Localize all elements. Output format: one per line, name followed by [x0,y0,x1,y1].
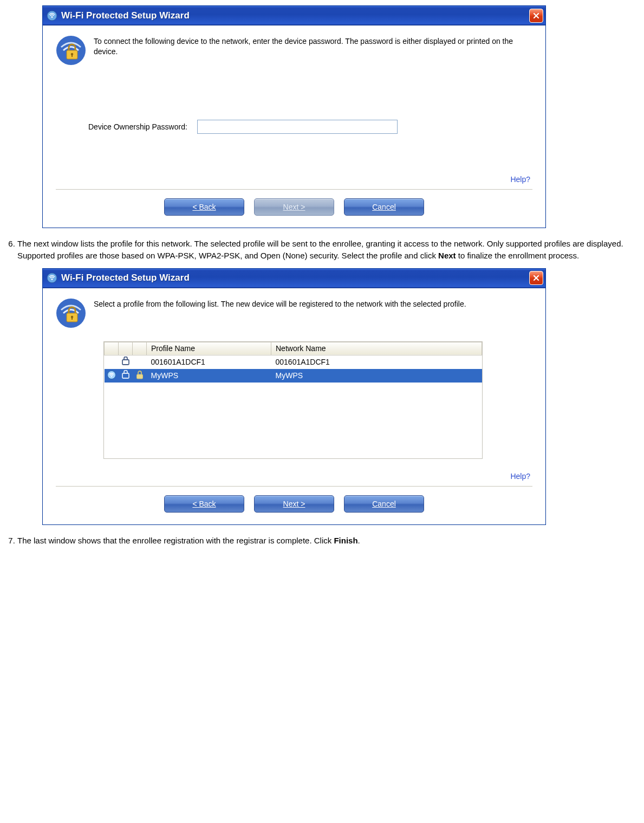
signal-icon [105,355,119,369]
svg-rect-12 [122,360,129,365]
profile-icon [119,355,133,369]
cell-profile-name: 001601A1DCF1 [147,355,271,369]
profile-table[interactable]: Profile Name Network Name 001601A1DCF100… [103,341,483,459]
button-row: < Back Next > Cancel [56,196,532,223]
step-7: The last window shows that the enrollee … [17,535,644,547]
header-signal[interactable] [105,342,119,355]
help-link[interactable]: Help? [510,472,530,481]
header-profile-name[interactable]: Profile Name [147,342,271,355]
back-button[interactable]: < Back [164,495,244,513]
back-button[interactable]: < Back [164,198,244,216]
header-profile-icon[interactable] [119,342,133,355]
cancel-button[interactable]: Cancel [344,495,424,513]
titlebar[interactable]: Wi-Fi Protected Setup Wizard [43,269,545,288]
step-6: The next window lists the profile for th… [17,238,644,262]
wizard-window-profiles: Wi-Fi Protected Setup Wizard [42,268,546,525]
header-lock[interactable] [133,342,147,355]
intro-text: Select a profile from the following list… [94,298,466,309]
svg-point-1 [51,16,53,18]
table-filler [104,383,482,458]
header-network-name[interactable]: Network Name [271,342,482,355]
cell-network-name: 001601A1DCF1 [271,355,482,369]
svg-point-6 [47,273,57,283]
wizard-lock-icon [56,35,86,66]
signal-icon [105,369,119,383]
svg-rect-15 [122,373,129,378]
lock-icon [133,355,147,369]
window-title: Wi-Fi Protected Setup Wizard [61,273,529,283]
profile-icon [119,369,133,383]
close-button[interactable] [529,9,543,23]
intro-text: To connect the following device to the n… [94,35,532,57]
svg-point-7 [51,278,53,280]
cell-profile-name: MyWPS [147,369,271,383]
separator [56,486,532,487]
table-header-row: Profile Name Network Name [105,342,482,355]
window-body: To connect the following device to the n… [43,25,545,228]
password-input[interactable] [197,120,398,134]
close-button[interactable] [529,271,543,285]
window-title: Wi-Fi Protected Setup Wizard [61,10,529,21]
wizard-window-password: Wi-Fi Protected Setup Wizard [42,5,546,228]
app-icon [46,272,58,284]
svg-point-14 [110,375,112,377]
password-label: Device Ownership Password: [88,122,187,131]
next-button[interactable]: Next > [254,198,334,216]
svg-rect-11 [71,317,73,320]
table-row[interactable]: MyWPSMyWPS [105,369,482,383]
window-body: Select a profile from the following list… [43,288,545,524]
cancel-button[interactable]: Cancel [344,198,424,216]
separator [56,189,532,190]
wizard-lock-icon [56,298,86,328]
app-icon [46,10,58,22]
cell-network-name: MyWPS [271,369,482,383]
help-link[interactable]: Help? [510,175,530,184]
svg-rect-5 [71,55,73,57]
table-row[interactable]: 001601A1DCF1001601A1DCF1 [105,355,482,369]
svg-point-0 [47,11,57,21]
lock-icon [133,369,147,383]
button-row: < Back Next > Cancel [56,493,532,520]
svg-rect-16 [136,374,142,379]
titlebar[interactable]: Wi-Fi Protected Setup Wizard [43,6,545,25]
next-button[interactable]: Next > [254,495,334,513]
